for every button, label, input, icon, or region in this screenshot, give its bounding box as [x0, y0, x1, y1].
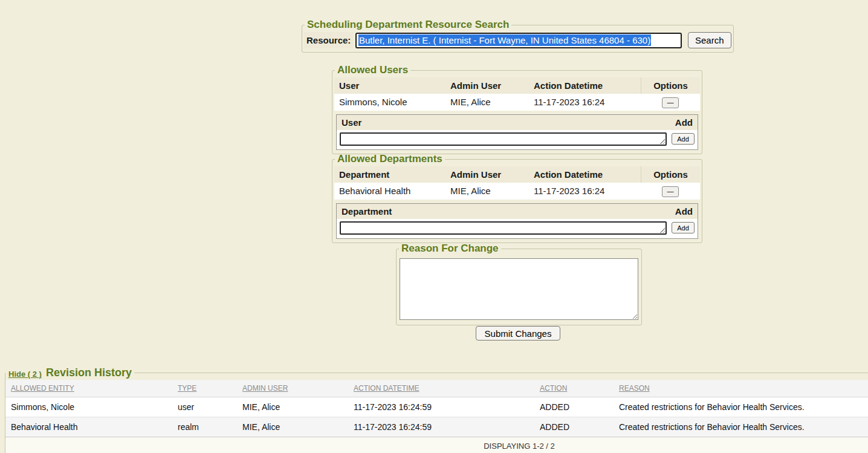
revision-action: ADDED: [534, 397, 614, 417]
revision-datetime: 11-17-2023 16:24:59: [348, 417, 534, 437]
revision-history-header-row: ALLOWED ENTITY TYPE ADMIN USER ACTION DA…: [5, 380, 868, 397]
department-add-input[interactable]: [340, 221, 667, 235]
add-department-button[interactable]: Add: [672, 222, 695, 233]
allowed-departments-section: Allowed Departments Department Admin Use…: [332, 153, 702, 243]
allowed-users-row: Simmons, Nicole MIE, Alice 11-17-2023 16…: [334, 94, 700, 111]
add-user-box: User Add Add: [336, 114, 698, 150]
sort-reason[interactable]: REASON: [614, 380, 868, 397]
hide-link[interactable]: Hide ( 2 ): [8, 370, 42, 379]
col-header-user: User: [334, 77, 445, 94]
allowed-department-name: Behavioral Health: [334, 183, 445, 198]
add-department-box: Department Add Add: [336, 203, 698, 239]
revision-history-section: Hide ( 2 ) Revision History ALLOWED ENTI…: [5, 367, 868, 453]
revision-reason: Created restrictions for Behavior Health…: [614, 397, 868, 417]
page: Scheduling Department Resource Search Re…: [0, 0, 868, 453]
allowed-users-section: Allowed Users User Admin User Action Dat…: [332, 64, 702, 154]
allowed-department-admin: MIE, Alice: [445, 183, 529, 198]
allowed-department-datetime: 11-17-2023 16:24: [529, 183, 641, 198]
revision-row: Simmons, Nicole user MIE, Alice 11-17-20…: [5, 397, 868, 417]
add-department-label: Department: [342, 206, 392, 217]
col-header-action-datetime: Action Datetime: [529, 77, 641, 94]
add-department-row: Add: [337, 219, 698, 238]
revision-type: user: [172, 397, 237, 417]
allowed-departments-row: Behavioral Health MIE, Alice 11-17-2023 …: [334, 183, 700, 200]
sort-admin-user[interactable]: ADMIN USER: [237, 380, 348, 397]
resource-search-title: Scheduling Department Resource Search: [305, 19, 511, 31]
resource-search-row: Resource: Butler, Internist E. ( Interni…: [304, 32, 731, 48]
allowed-users-header-row: User Admin User Action Datetime Options: [334, 77, 700, 94]
search-button[interactable]: Search: [688, 32, 731, 48]
allowed-departments-header-row: Department Admin User Action Datetime Op…: [334, 166, 700, 183]
revision-datetime: 11-17-2023 16:24:59: [348, 397, 534, 417]
allowed-user-name: Simmons, Nicole: [334, 94, 445, 109]
resource-label: Resource:: [304, 32, 354, 48]
allowed-user-admin: MIE, Alice: [445, 94, 529, 109]
revision-history-title: Revision History: [46, 367, 132, 379]
revision-entity: Behavioral Health: [5, 417, 172, 437]
add-user-button[interactable]: Add: [672, 133, 695, 145]
reason-textarea[interactable]: [400, 258, 638, 320]
allowed-user-datetime: 11-17-2023 16:24: [529, 94, 641, 109]
col-header-admin-user: Admin User: [445, 166, 529, 183]
col-header-action-datetime: Action Datetime: [529, 166, 641, 183]
col-header-department: Department: [334, 166, 445, 183]
revision-reason: Created restrictions for Behavior Health…: [614, 417, 868, 437]
add-department-box-header: Department Add: [337, 204, 698, 219]
resource-input[interactable]: Butler, Internist E. ( Internist - Fort …: [355, 33, 682, 48]
add-user-box-header: User Add: [337, 115, 698, 130]
sort-action-datetime[interactable]: ACTION DATETIME: [348, 380, 534, 397]
submit-changes-button[interactable]: Submit Changes: [476, 326, 560, 341]
sort-type[interactable]: TYPE: [172, 380, 237, 397]
resource-selected-text: Butler, Internist E. ( Internist - Fort …: [358, 34, 651, 46]
allowed-departments-title: Allowed Departments: [335, 153, 445, 165]
paging-status: DISPLAYING 1-2 / 2: [5, 437, 868, 453]
col-header-options: Options: [641, 77, 700, 94]
add-user-add-header: Add: [675, 117, 693, 128]
remove-department-button[interactable]: —: [662, 186, 679, 197]
user-add-input[interactable]: [340, 132, 667, 146]
add-user-label: User: [342, 117, 361, 128]
col-header-admin-user: Admin User: [445, 77, 529, 94]
col-header-options: Options: [641, 166, 700, 183]
sort-action[interactable]: ACTION: [534, 380, 614, 397]
revision-entity: Simmons, Nicole: [5, 397, 172, 417]
add-user-row: Add: [337, 130, 698, 149]
resource-search-section: Scheduling Department Resource Search Re…: [302, 19, 734, 53]
allowed-users-title: Allowed Users: [335, 64, 410, 76]
revision-admin: MIE, Alice: [237, 417, 348, 437]
revision-history-table: ALLOWED ENTITY TYPE ADMIN USER ACTION DA…: [5, 380, 868, 453]
reason-for-change-title: Reason For Change: [399, 243, 501, 255]
remove-user-button[interactable]: —: [662, 97, 679, 108]
revision-admin: MIE, Alice: [237, 397, 348, 417]
reason-for-change-section: Reason For Change: [396, 243, 642, 325]
revision-action: ADDED: [534, 417, 614, 437]
revision-type: realm: [172, 417, 237, 437]
revision-row: Behavioral Health realm MIE, Alice 11-17…: [5, 417, 868, 437]
add-department-add-header: Add: [675, 206, 693, 217]
sort-allowed-entity[interactable]: ALLOWED ENTITY: [5, 380, 172, 397]
